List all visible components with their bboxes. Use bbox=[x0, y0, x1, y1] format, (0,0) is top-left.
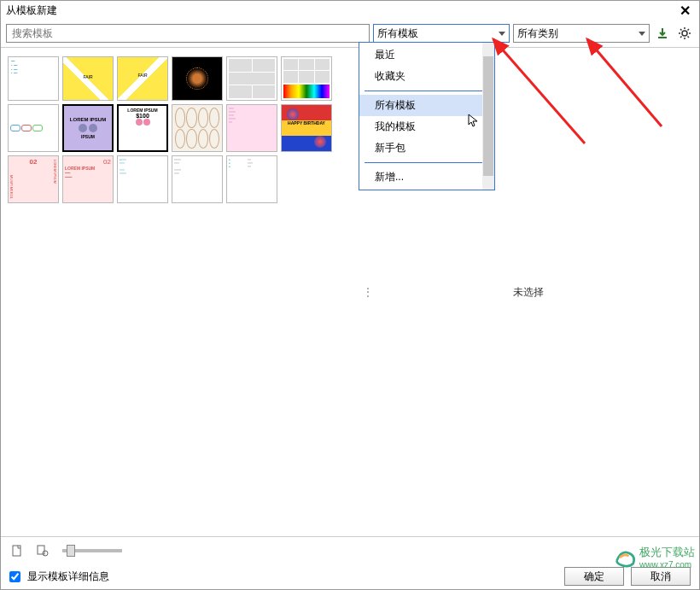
import-icon[interactable] bbox=[653, 24, 672, 43]
template-thumb[interactable]: LOREM IPSUM$100 bbox=[117, 104, 168, 152]
menu-item-new[interactable]: 新增... bbox=[359, 166, 494, 188]
watermark-url: www.xz7.com bbox=[639, 560, 695, 570]
menu-separator bbox=[365, 91, 489, 91]
slider-thumb[interactable] bbox=[67, 545, 75, 557]
template-thumb[interactable]: HAPPY BIRTHDAY bbox=[281, 104, 332, 152]
template-thumb[interactable]: FAIR bbox=[62, 56, 114, 101]
ok-button[interactable]: 确定 bbox=[564, 567, 624, 586]
chevron-down-icon bbox=[499, 32, 505, 36]
watermark: 极光下载站 www.xz7.com bbox=[614, 545, 695, 570]
template-thumb[interactable]: 02LOREM IPSUM━━━━━━━ bbox=[62, 155, 114, 203]
template-thumb[interactable]: ━━━━━━━━━━━━━━━━ bbox=[226, 104, 277, 152]
template-thumb[interactable]: LOREM IPSUM02MUSPI MEROL bbox=[8, 155, 59, 203]
svg-point-3 bbox=[43, 551, 48, 556]
close-icon[interactable]: ✕ bbox=[676, 3, 694, 19]
template-thumb[interactable] bbox=[172, 56, 223, 101]
template-thumb[interactable] bbox=[8, 104, 59, 152]
chevron-down-icon bbox=[639, 32, 645, 36]
category-filter-dropdown[interactable]: 所有类别 bbox=[513, 24, 650, 43]
template-thumb[interactable] bbox=[172, 104, 223, 152]
category-filter-label: 所有类别 bbox=[517, 26, 558, 41]
cursor-icon bbox=[468, 114, 480, 129]
svg-rect-1 bbox=[13, 546, 20, 556]
template-filter-dropdown[interactable]: 所有模板 bbox=[373, 24, 510, 43]
show-details-label: 显示模板详细信息 bbox=[27, 570, 109, 584]
preview-empty-label: 未选择 bbox=[513, 285, 544, 300]
template-thumb[interactable]: ━━• ━━• ━━• ━━ bbox=[8, 56, 59, 101]
template-grid: ━━• ━━• ━━• ━━ FAIR FAIR LOREM IPSUMIPSU… bbox=[1, 48, 358, 536]
svg-rect-2 bbox=[38, 546, 44, 554]
template-filter-label: 所有模板 bbox=[377, 26, 418, 41]
watermark-name: 极光下载站 bbox=[639, 545, 695, 560]
dropdown-scrollbar[interactable] bbox=[482, 43, 494, 190]
dialog-title: 从模板新建 bbox=[6, 3, 676, 18]
bottom-toolbar bbox=[1, 536, 699, 564]
template-thumb[interactable]: LOREM IPSUMIPSUM bbox=[62, 104, 114, 152]
template-thumb[interactable]: ●━━━━━━━━━━━━━ bbox=[117, 155, 168, 203]
new-page-icon[interactable] bbox=[8, 541, 26, 560]
gear-icon[interactable] bbox=[675, 24, 694, 43]
page-settings-icon[interactable] bbox=[33, 541, 52, 560]
template-thumb[interactable]: ━━━━━━━━━━━━━━ bbox=[172, 155, 223, 203]
template-thumb[interactable]: ●●●━━━━━━━ bbox=[226, 155, 277, 203]
template-thumb[interactable] bbox=[226, 56, 277, 101]
menu-item-recent[interactable]: 最近 bbox=[359, 44, 494, 66]
cancel-button[interactable]: 取消 bbox=[631, 567, 691, 586]
watermark-logo-icon bbox=[614, 546, 638, 570]
menu-separator bbox=[365, 162, 489, 163]
show-details-checkbox[interactable] bbox=[9, 571, 20, 582]
zoom-slider[interactable] bbox=[62, 549, 122, 552]
search-input[interactable] bbox=[6, 24, 370, 43]
template-thumb[interactable]: FAIR bbox=[117, 56, 168, 101]
svg-point-0 bbox=[682, 31, 687, 36]
template-thumb[interactable] bbox=[281, 56, 332, 101]
menu-item-favorites[interactable]: 收藏夹 bbox=[359, 66, 494, 87]
menu-item-starter-pack[interactable]: 新手包 bbox=[359, 137, 494, 159]
